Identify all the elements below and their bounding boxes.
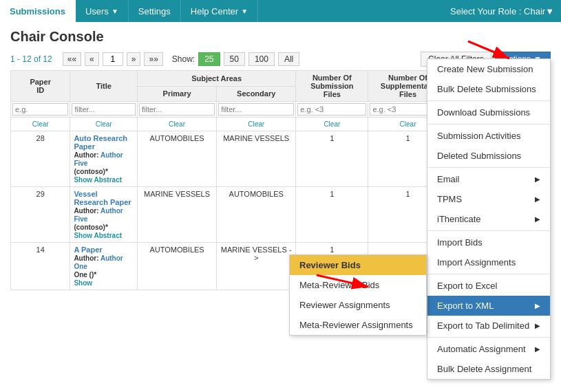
action-create-new-submission[interactable]: Create New Submission (427, 59, 550, 79)
num-submission-files-header: Number OfSubmissionFiles (296, 71, 368, 102)
chevron-right-icon: ▶ (535, 195, 540, 203)
primary-filter[interactable] (139, 103, 215, 116)
paper-title-link[interactable]: Vessel Research Paper (74, 190, 131, 206)
show-all-button[interactable]: All (278, 52, 299, 66)
action-bulk-delete-assignment[interactable]: Bulk Delete Assignment (427, 359, 550, 379)
show-100-button[interactable]: 100 (248, 52, 275, 66)
paper-title-cell: A Paper Author: Author One One ()* Show (70, 243, 138, 290)
submenu-meta-reviewer-bids[interactable]: Meta-Reviewer Bids (290, 275, 426, 295)
submenu-reviewer-assignments[interactable]: Reviewer Assignments (290, 295, 426, 315)
secondary-cell: AUTOMOBILES (217, 187, 296, 243)
action-submission-activities[interactable]: Submission Activities (427, 126, 550, 146)
chevron-right-icon: ▶ (535, 345, 540, 353)
chevron-right-icon: ▶ (535, 175, 540, 183)
first-page-button[interactable]: «« (63, 52, 81, 66)
subject-areas-header: Subject Areas (137, 71, 295, 87)
num-files-cell: 1 (296, 131, 368, 187)
clear-title[interactable]: Clear (74, 120, 134, 128)
chevron-down-icon: ▼ (545, 6, 554, 17)
actions-dropdown: Create New Submission Bulk Delete Submis… (427, 58, 551, 380)
clear-secondary[interactable]: Clear (220, 120, 292, 128)
chevron-down-icon: ▼ (112, 8, 118, 15)
chevron-down-icon: ▼ (241, 8, 248, 15)
pagination-info: 1 - 12 of 12 (10, 54, 52, 64)
action-automatic-assignment[interactable]: Automatic Assignment ▶ (427, 339, 550, 359)
chevron-right-icon: ▶ (535, 215, 540, 223)
primary-cell: MARINE VESSELS (137, 187, 216, 243)
submenu-meta-reviewer-assignments[interactable]: Meta-Reviewer Assignments (290, 315, 426, 335)
paper-id-filter[interactable] (12, 103, 68, 116)
divider (427, 167, 550, 168)
num-files-cell: 1 (296, 187, 368, 243)
paper-id-cell: 14 (11, 243, 70, 290)
action-import-assignments[interactable]: Import Assignments (427, 252, 550, 272)
action-email[interactable]: Email ▶ (427, 169, 550, 189)
last-page-button[interactable]: »» (144, 52, 162, 66)
paper-title-cell: Auto Research Paper Author: Author Five … (70, 131, 138, 187)
divider (427, 124, 550, 124)
secondary-cell: MARINE VESSELS (217, 131, 296, 187)
show-25-button[interactable]: 25 (198, 52, 220, 66)
show-label: Show: (172, 54, 195, 64)
secondary-filter[interactable] (218, 103, 294, 116)
title-filter[interactable] (72, 103, 136, 116)
clear-submission-files[interactable]: Clear (299, 120, 364, 128)
prev-page-button[interactable]: « (85, 52, 99, 66)
divider (427, 274, 550, 274)
secondary-header: Secondary (217, 86, 296, 102)
action-export-tab-delimited[interactable]: Export to Tab Delimited ▶ (427, 316, 550, 336)
show-abstract-link[interactable]: Show (74, 279, 92, 287)
page-number-input[interactable] (103, 52, 123, 66)
actions-dropdown-menu: Create New Submission Bulk Delete Submis… (427, 58, 551, 380)
primary-cell: AUTOMOBILES (137, 131, 216, 187)
nav-users[interactable]: Users ▼ (76, 0, 129, 22)
export-xml-submenu: Reviewer Bids Meta-Reviewer Bids Reviewe… (289, 254, 427, 336)
divider (427, 337, 550, 338)
page-title: Chair Console (0, 22, 561, 48)
nav-settings[interactable]: Settings (129, 0, 181, 22)
nav-submissions[interactable]: Submissions (0, 0, 76, 22)
paper-title-link[interactable]: A Paper (74, 246, 102, 254)
export-xml-submenu-panel: Reviewer Bids Meta-Reviewer Bids Reviewe… (289, 254, 427, 336)
paper-id-cell: 28 (11, 131, 70, 187)
top-navigation: Submissions Users ▼ Settings Help Center… (0, 0, 561, 22)
primary-header: Primary (137, 86, 216, 102)
divider (427, 100, 550, 101)
clear-paper-id[interactable]: Clear (14, 120, 66, 128)
action-import-bids[interactable]: Import Bids (427, 232, 550, 252)
action-tpms[interactable]: TPMS ▶ (427, 189, 550, 209)
divider (427, 230, 550, 231)
clear-primary[interactable]: Clear (141, 120, 213, 128)
submenu-reviewer-bids[interactable]: Reviewer Bids (290, 255, 426, 275)
primary-cell: AUTOMOBILES (137, 243, 216, 290)
action-bulk-delete-submissions[interactable]: Bulk Delete Submissions (427, 79, 550, 99)
paper-id-header: PaperID (11, 71, 70, 102)
chevron-right-icon: ▶ (535, 302, 540, 309)
paper-title-cell: Vessel Research Paper Author: Author Fiv… (70, 187, 138, 243)
title-header: Title (70, 71, 138, 102)
action-download-submissions[interactable]: Download Submissions (427, 102, 550, 122)
show-50-button[interactable]: 50 (224, 52, 245, 66)
paper-id-cell: 29 (11, 187, 70, 243)
secondary-cell: MARINE VESSELS -> (217, 243, 296, 290)
submission-files-filter[interactable] (297, 103, 366, 116)
next-page-button[interactable]: » (127, 52, 141, 66)
show-abstract-link[interactable]: Show Abstract (74, 232, 122, 239)
action-export-to-excel[interactable]: Export to Excel (427, 276, 550, 296)
action-export-to-xml[interactable]: Export to XML ▶ (427, 296, 550, 316)
chevron-right-icon: ▶ (535, 322, 540, 329)
show-abstract-link[interactable]: Show Abstract (74, 176, 122, 184)
action-deleted-submissions[interactable]: Deleted Submissions (427, 146, 550, 166)
role-selector[interactable]: Select Your Role : Chair ▼ (443, 0, 561, 22)
nav-help-center[interactable]: Help Center ▼ (181, 0, 258, 22)
paper-title-link[interactable]: Auto Research Paper (74, 134, 127, 151)
action-ithenticate[interactable]: iThenticate ▶ (427, 209, 550, 229)
